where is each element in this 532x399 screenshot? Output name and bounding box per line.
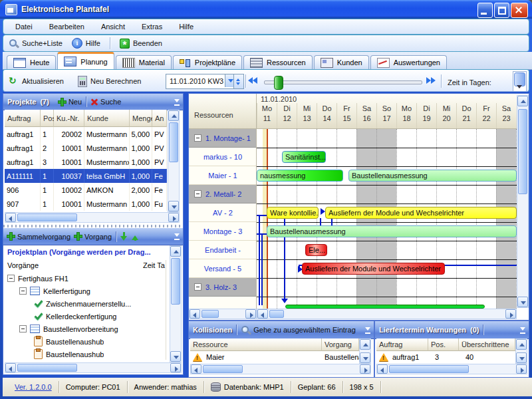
scroll-right-icon[interactable] bbox=[516, 364, 527, 374]
recalculate-button[interactable]: Neu Berechnen bbox=[78, 76, 141, 87]
scrollbar-thumb[interactable] bbox=[269, 310, 284, 318]
scroll-up-icon[interactable] bbox=[168, 110, 179, 121]
tab-material[interactable]: Material bbox=[116, 55, 172, 69]
resource-row[interactable]: Montage - 3 bbox=[189, 222, 257, 241]
collapse-icon[interactable] bbox=[7, 275, 15, 282]
scroll-left-icon[interactable] bbox=[191, 364, 201, 374]
tree-item-kellerfertigung[interactable]: Kellerfertigung bbox=[6, 285, 166, 297]
tab-planung[interactable]: Planung bbox=[57, 52, 114, 69]
scrollbar-thumb[interactable] bbox=[203, 365, 243, 373]
column-header-ressource[interactable]: Ressource bbox=[190, 338, 322, 351]
scrollbar-thumb[interactable] bbox=[389, 365, 469, 373]
tree-item-baustellenaushub[interactable]: Baustellenaushub bbox=[6, 335, 166, 348]
warnings-vertical-scrollbar[interactable] bbox=[515, 338, 527, 364]
new-project-button[interactable]: Neu bbox=[59, 98, 82, 106]
warnings-horizontal-scrollbar[interactable] bbox=[376, 364, 527, 374]
collisions-vertical-scrollbar[interactable] bbox=[359, 338, 371, 364]
tab-ressourcen[interactable]: Ressourcen bbox=[243, 55, 313, 69]
tree-item-baustellenvorbereitung[interactable]: Baustellenvorbereitung bbox=[6, 323, 166, 335]
time-slider[interactable] bbox=[264, 80, 422, 84]
scroll-right-icon[interactable] bbox=[168, 213, 179, 222]
tree-item-fertighaus-fh1[interactable]: Fertighaus FH1 bbox=[6, 272, 166, 285]
column-header-auftrag[interactable]: Auftrag bbox=[5, 110, 41, 127]
time-slider-handle[interactable] bbox=[274, 76, 283, 90]
resource-group-row[interactable]: 3. Holz- 3 bbox=[189, 278, 257, 297]
panel-options-chevron[interactable] bbox=[363, 325, 372, 334]
scrollbar-thumb[interactable] bbox=[171, 258, 180, 305]
scroll-right-icon[interactable] bbox=[505, 309, 516, 319]
move-down-icon[interactable] bbox=[120, 232, 128, 241]
scroll-right-icon[interactable] bbox=[360, 364, 370, 374]
panel-options-chevron[interactable] bbox=[172, 97, 181, 106]
gantt-horizontal-scrollbar[interactable] bbox=[257, 309, 517, 319]
scroll-right-icon[interactable] bbox=[170, 363, 181, 372]
gantt-bar-ele[interactable]: Ele... bbox=[305, 244, 327, 256]
gantt-bar-sanit-rinst[interactable]: Sanitärinst... bbox=[282, 151, 326, 163]
scrollbar-thumb[interactable] bbox=[169, 122, 178, 162]
scroll-left-icon[interactable] bbox=[257, 309, 268, 319]
column-header-vorgang[interactable]: Vorgang bbox=[322, 338, 359, 351]
scroll-up-icon[interactable] bbox=[517, 96, 528, 106]
panel-splitter[interactable] bbox=[3, 225, 182, 227]
scroll-left-icon[interactable] bbox=[5, 363, 16, 372]
resource-row[interactable]: Maier - 1 bbox=[189, 166, 257, 185]
tab-projektpl-ne[interactable]: Projektpläne bbox=[173, 55, 242, 69]
gantt-bar-ausliefern-der-module-und-wechselrichter[interactable]: Ausliefern der Module und Wechselrichter bbox=[325, 207, 517, 219]
table-row[interactable]: A111111110037telsa GmbH1,000Fe bbox=[5, 169, 167, 183]
toolbar-mini-scrollbar[interactable] bbox=[513, 71, 527, 92]
scroll-right-button[interactable] bbox=[426, 77, 436, 84]
panel-options-chevron[interactable] bbox=[172, 231, 181, 241]
gantt-bar-nausmessung[interactable]: nausmessung bbox=[257, 170, 343, 182]
status-version[interactable]: Ver. 1.2.0.0 bbox=[8, 381, 59, 393]
tab-heute[interactable]: Heute bbox=[7, 55, 56, 69]
scroll-down-icon[interactable] bbox=[360, 352, 370, 363]
date-spinner[interactable] bbox=[233, 74, 244, 89]
projects-horizontal-scrollbar[interactable] bbox=[5, 212, 180, 223]
toolbar-button-beenden[interactable]: Beenden bbox=[120, 38, 162, 49]
column-header-ueberschrittene[interactable]: Überschrittene bbox=[459, 338, 515, 351]
collisions-horizontal-scrollbar[interactable] bbox=[190, 364, 371, 374]
resource-row[interactable]: markus - 10 bbox=[189, 148, 257, 166]
table-row[interactable]: auftrag1120002Mustermann5,000PV bbox=[5, 127, 167, 141]
menu-item-hilfe[interactable]: Hilfe bbox=[179, 21, 194, 33]
scroll-left-icon[interactable] bbox=[190, 309, 200, 319]
menu-item-bearbeiten[interactable]: Bearbeiten bbox=[49, 21, 84, 33]
resource-row[interactable]: Versand - 5 bbox=[189, 259, 257, 278]
menu-item-datei[interactable]: Datei bbox=[15, 21, 33, 33]
scrollbar-thumb[interactable] bbox=[201, 310, 219, 318]
tab-kunden[interactable]: Kunden bbox=[314, 55, 369, 69]
column-header-ku-nr[interactable]: Ku.-Nr. bbox=[54, 110, 84, 127]
scroll-down-icon[interactable] bbox=[517, 297, 528, 307]
projects-vertical-scrollbar[interactable] bbox=[168, 110, 180, 212]
column-header-auftrag[interactable]: Auftrag bbox=[376, 338, 428, 351]
scroll-left-icon[interactable] bbox=[377, 364, 388, 374]
scrollbar-thumb[interactable] bbox=[518, 109, 527, 194]
scroll-up-icon[interactable] bbox=[170, 246, 181, 257]
date-combobox[interactable]: 11.01.2010 KW3 bbox=[166, 74, 237, 89]
table-row[interactable]: auftrag1310001Mustermannx1,000PV bbox=[5, 155, 167, 169]
minimize-button[interactable] bbox=[477, 3, 493, 18]
panel-options-chevron[interactable] bbox=[518, 325, 527, 334]
tree-item-baustellenaushub[interactable]: Baustellenaushub bbox=[6, 348, 166, 360]
refresh-button[interactable]: Aktualisieren bbox=[9, 76, 64, 87]
toolbar-button-suche-liste[interactable]: Suche+Liste bbox=[9, 38, 63, 49]
table-row[interactable]: auftrag1210001Mustermann1,000PV bbox=[5, 141, 167, 155]
resource-row[interactable]: AV - 2 bbox=[189, 203, 257, 222]
add-summary-task-button[interactable]: Sammelvorgang bbox=[7, 233, 70, 241]
gantt-bar-ausliefern-der-module-und-wechselrichter[interactable]: Ausliefern der Module und Wechselrichter bbox=[302, 263, 445, 275]
menu-item-extras[interactable]: Extras bbox=[142, 21, 162, 33]
resource-group-row[interactable]: 2. Metall- 2 bbox=[189, 185, 257, 203]
scroll-left-icon[interactable] bbox=[5, 213, 16, 222]
scroll-down-icon[interactable] bbox=[168, 201, 179, 211]
add-task-button[interactable]: Vorgang bbox=[74, 233, 112, 241]
resource-group-row[interactable]: 1. Montage- 1 bbox=[189, 129, 257, 148]
scroll-left-button[interactable] bbox=[248, 77, 257, 84]
toolbar-button-hilfe[interactable]: Hilfe bbox=[72, 38, 100, 49]
collapse-icon[interactable] bbox=[194, 190, 201, 198]
scroll-up-icon[interactable] bbox=[360, 339, 370, 350]
scroll-right-icon[interactable] bbox=[245, 309, 256, 319]
tree-item-zwischenmauernerstellu[interactable]: Zwischenmauernerstellu... bbox=[6, 297, 166, 310]
scrollbar-thumb[interactable] bbox=[17, 364, 77, 372]
search-projects-button[interactable]: Suche bbox=[90, 98, 121, 106]
tree-item-kellerdeckenfertigung[interactable]: Kellerdeckenfertigung bbox=[6, 310, 166, 323]
